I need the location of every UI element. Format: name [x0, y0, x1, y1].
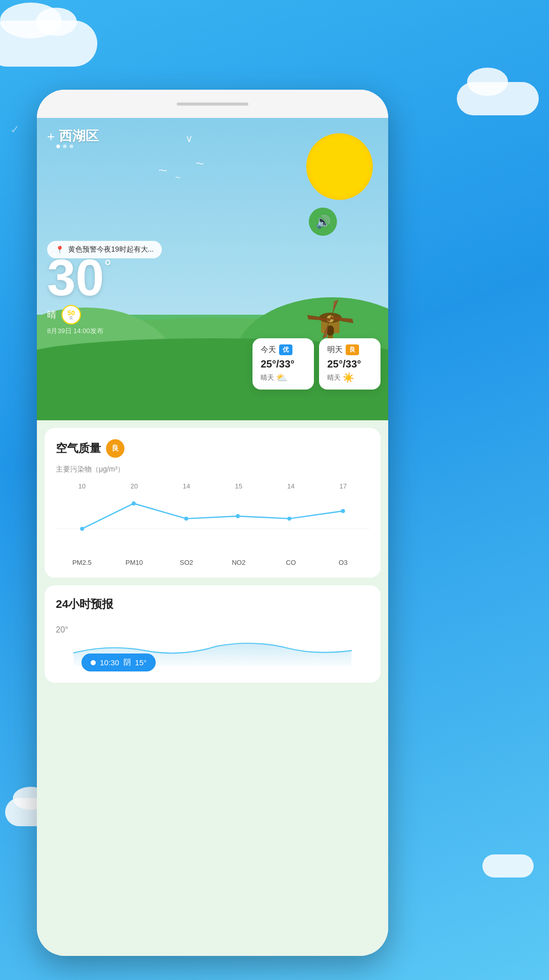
speaker-icon: 🔊: [315, 215, 331, 229]
label-no2: NO2: [213, 559, 265, 566]
chart-val-no2: 15: [213, 482, 265, 490]
label-o3: O3: [317, 559, 369, 566]
popup-time: 10:30: [100, 658, 119, 667]
air-quality-title: 空气质量: [56, 441, 101, 456]
popup-condition: 阴: [123, 658, 131, 667]
location-name: 西湖区: [59, 127, 99, 145]
aqi-number: 50: [68, 310, 75, 316]
weather-card: 〜 〜 〜 + 西湖区 ∨ 📍 黄色预警今夜19时起有大... �: [37, 118, 388, 420]
tomorrow-condition: 晴天: [327, 373, 341, 382]
time-popup-dot: [91, 660, 96, 665]
tomorrow-label: 明天: [327, 345, 343, 355]
today-weather-icon: ⛅: [276, 372, 287, 383]
chart-val-pm10: 20: [108, 482, 160, 490]
weather-bird-1: 〜: [158, 167, 167, 175]
today-forecast-card[interactable]: 今天 优 25°/33° 晴天 ⛅: [252, 338, 314, 390]
tomorrow-weather-icon: ☀️: [343, 372, 354, 383]
chevron-down-icon[interactable]: ∨: [185, 132, 193, 145]
svg-point-14: [80, 527, 84, 531]
aqi-badge: 50 良: [61, 305, 81, 324]
label-co: CO: [265, 559, 317, 566]
forecast-cards: 今天 优 25°/33° 晴天 ⛅ 明天 良 25°/33°: [252, 338, 381, 390]
dot-3: [70, 145, 73, 148]
speaker-button[interactable]: 🔊: [309, 208, 337, 236]
dot-2: [63, 145, 67, 148]
location-dots: [56, 145, 73, 148]
svg-point-19: [341, 509, 345, 513]
condition-text: 晴: [47, 309, 56, 321]
location-bar: + 西湖区: [47, 127, 99, 145]
svg-point-16: [184, 517, 188, 521]
air-quality-subtitle: 主要污染物（μg/m³）: [56, 465, 369, 474]
today-condition: 晴天: [261, 373, 274, 382]
svg-point-17: [236, 514, 240, 518]
status-bar: [37, 90, 388, 118]
time-popup: 10:30 阴 15°: [81, 654, 156, 671]
svg-point-18: [287, 517, 291, 521]
publish-time: 8月39日 14:00发布: [47, 326, 112, 336]
status-bar-notch: [177, 103, 248, 106]
bg-cloud-2: [457, 82, 539, 115]
today-quality-badge: 优: [279, 344, 292, 355]
chart-val-pm25: 10: [56, 482, 108, 490]
tomorrow-forecast-card[interactable]: 明天 良 25°/33° 晴天 ☀️: [319, 338, 381, 390]
air-quality-chart: [56, 493, 369, 555]
phone-frame: 〜 〜 〜 + 西湖区 ∨ 📍 黄色预警今夜19时起有大... �: [37, 90, 388, 956]
label-so2: SO2: [160, 559, 213, 566]
tomorrow-quality-badge: 良: [346, 344, 359, 355]
air-quality-card: 空气质量 良 主要污染物（μg/m³） 10 20 14 15 14 17: [45, 428, 381, 578]
svg-point-15: [132, 501, 136, 505]
tomorrow-temp: 25°/33°: [327, 358, 372, 370]
forecast24-title: 24小时预报: [56, 597, 369, 612]
weather-bird-3: 〜: [196, 159, 204, 170]
weather-condition: 晴 50 良: [47, 305, 112, 324]
popup-temp: 15°: [135, 658, 147, 667]
bg-cloud-4: [482, 854, 534, 877]
chart-val-so2: 14: [160, 482, 213, 490]
today-label: 今天: [261, 345, 276, 355]
chart-val-o3: 17: [317, 482, 369, 490]
dot-1: [56, 145, 60, 148]
content-area: 空气质量 良 主要污染物（μg/m³） 10 20 14 15 14 17: [37, 420, 388, 956]
temperature-display: 30° 晴 50 良 8月39日 14:00发布: [47, 252, 112, 336]
weather-bird-2: 〜: [175, 174, 180, 181]
add-location-button[interactable]: +: [47, 130, 55, 143]
today-temp: 25°/33°: [261, 358, 306, 370]
chart-labels: PM2.5 PM10 SO2 NO2 CO O3: [56, 559, 369, 566]
label-pm25: PM2.5: [56, 559, 108, 566]
time-popup-content: 10:30 阴 15°: [81, 654, 156, 671]
air-quality-badge: 良: [106, 439, 124, 458]
bg-cloud-1: [0, 21, 97, 67]
sun: [306, 133, 373, 200]
label-pm10: PM10: [108, 559, 160, 566]
chart-values: 10 20 14 15 14 17: [56, 482, 369, 490]
chart-val-co: 14: [265, 482, 317, 490]
forecast24-card: 24小时预报 20°: [45, 585, 381, 683]
bg-bird-1: ✓: [10, 123, 19, 136]
temperature-value: 30°: [47, 252, 112, 303]
aqi-label: 良: [69, 316, 73, 320]
